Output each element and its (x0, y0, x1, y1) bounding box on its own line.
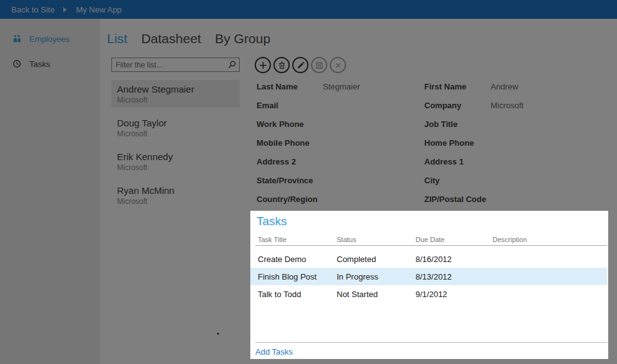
task-table-header: Task TitleStatusDue DateDescription (250, 234, 607, 245)
tasks-popup: Tasks Task TitleStatusDue DateDescriptio… (250, 211, 608, 359)
app-window: Back to Site My New App Employees (0, 0, 617, 364)
task-cell: Not Started (337, 290, 416, 299)
task-cell: 9/1/2012 (416, 290, 492, 299)
column-header: Status (337, 236, 416, 243)
column-header: Description (492, 236, 607, 243)
task-row[interactable]: Finish Blog PostIn Progress8/13/2012 (250, 268, 607, 285)
header-divider (255, 245, 607, 246)
task-cell: Finish Blog Post (258, 272, 337, 281)
task-cell: 8/16/2012 (416, 255, 492, 264)
task-cell: Talk to Todd (258, 290, 337, 299)
task-cell: Completed (337, 255, 416, 264)
task-table-body: Create DemoCompleted8/16/2012Finish Blog… (250, 250, 607, 303)
task-row[interactable]: Talk to ToddNot Started9/1/2012 (250, 285, 607, 303)
column-header: Task Title (258, 236, 337, 243)
task-row[interactable]: Create DemoCompleted8/16/2012 (250, 250, 607, 268)
column-header: Due Date (416, 236, 492, 243)
task-cell: 8/13/2012 (416, 272, 492, 281)
task-cell: Create Demo (258, 255, 337, 264)
task-cell: In Progress (337, 272, 416, 281)
footer-divider (255, 342, 607, 343)
add-tasks-link[interactable]: Add Tasks (255, 347, 293, 356)
popup-title: Tasks (257, 215, 608, 228)
